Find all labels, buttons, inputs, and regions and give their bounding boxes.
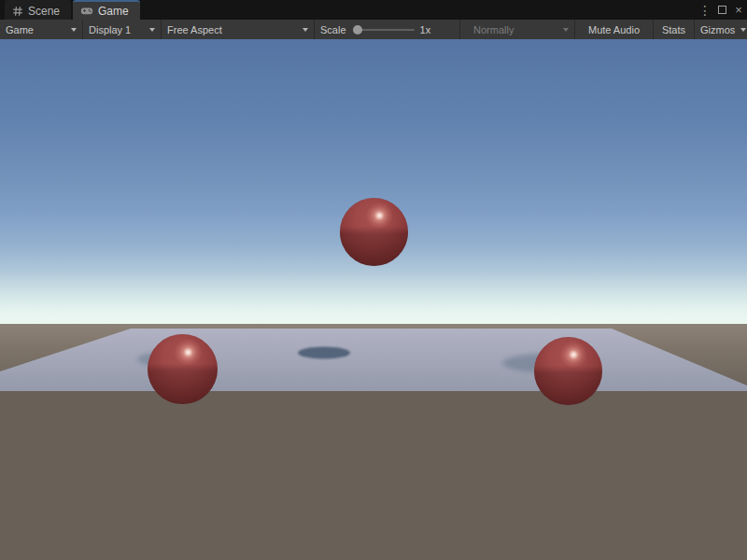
aspect-ratio-dropdown[interactable]: Free Aspect: [162, 20, 315, 39]
chevron-down-icon: [740, 28, 746, 32]
display-dropdown[interactable]: Display 1: [83, 20, 162, 39]
tab-bar: Scene Game ⋮ ×: [0, 0, 747, 20]
tabbar-spacer: [140, 0, 697, 20]
game-view-toolbar: Game Display 1 Free Aspect Scale 1x Norm…: [0, 20, 747, 39]
tab-scene-label: Scene: [28, 5, 60, 18]
sphere-surface: [148, 334, 218, 404]
stats-button[interactable]: Stats: [654, 20, 695, 39]
aspect-ratio-label: Free Aspect: [167, 24, 222, 35]
chevron-down-icon: [71, 28, 77, 32]
display-label: Display 1: [89, 24, 131, 35]
red-sphere-center: [340, 198, 408, 266]
slider-track[interactable]: [357, 29, 415, 31]
play-mode-dropdown: Normally: [460, 20, 575, 39]
ground-plane-and-shadows: [0, 39, 747, 560]
slider-knob[interactable]: [353, 25, 362, 35]
chevron-down-icon: [563, 28, 569, 32]
scale-control: Scale 1x: [315, 20, 460, 39]
unity-game-window: Scene Game ⋮ × Game Display 1 Free: [0, 0, 747, 560]
tab-game-label: Game: [98, 5, 129, 18]
scale-label: Scale: [320, 24, 346, 35]
gizmos-dropdown[interactable]: Gizmos: [695, 20, 747, 39]
gizmos-label: Gizmos: [700, 24, 735, 35]
chevron-down-icon: [149, 28, 155, 32]
game-viewport[interactable]: [0, 39, 747, 560]
sphere-surface: [534, 337, 602, 405]
scale-value: 1x: [420, 24, 431, 35]
view-mode-label: Game: [6, 24, 34, 35]
tab-game[interactable]: Game: [73, 0, 140, 20]
play-mode-label: Normally: [473, 24, 514, 35]
mute-audio-label: Mute Audio: [588, 24, 640, 35]
chevron-down-icon: [303, 28, 308, 32]
red-sphere-right: [534, 337, 602, 405]
kebab-menu-icon[interactable]: ⋮: [697, 0, 713, 20]
scale-slider[interactable]: [353, 20, 416, 39]
mute-audio-button[interactable]: Mute Audio: [575, 20, 654, 39]
grid-icon: [12, 6, 23, 17]
shadow-center-sphere: [298, 347, 350, 359]
tab-scene[interactable]: Scene: [5, 0, 71, 20]
gamepad-icon: [80, 6, 93, 16]
close-icon[interactable]: ×: [730, 0, 747, 20]
stats-label: Stats: [662, 24, 685, 35]
view-mode-dropdown[interactable]: Game: [0, 20, 83, 39]
sphere-surface: [340, 198, 408, 266]
maximize-icon[interactable]: [713, 0, 730, 20]
red-sphere-left: [148, 334, 218, 404]
ground-plane: [0, 329, 747, 391]
